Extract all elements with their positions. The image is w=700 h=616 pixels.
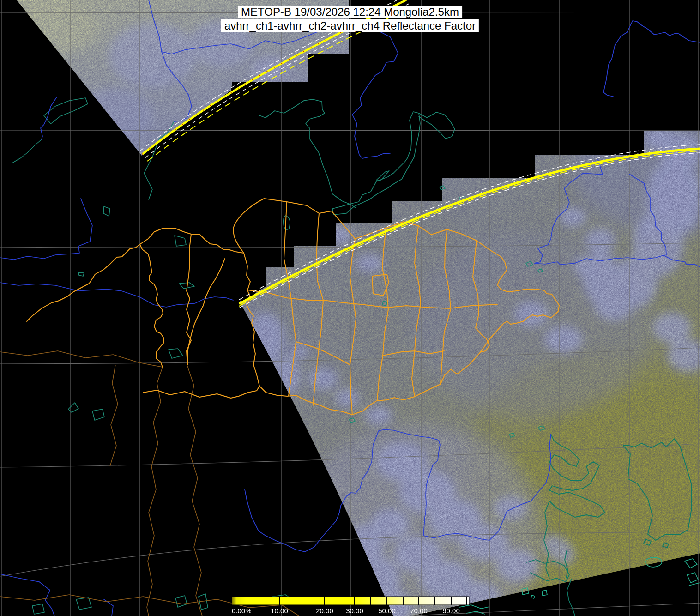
colorbar-gradient	[232, 597, 469, 605]
product-title-line1: METOP-B 19/03/2026 12:24 Mongolia2.5km	[238, 6, 462, 18]
colorbar-label: 10.00	[271, 607, 288, 615]
colorbar-label: 0.00%	[232, 607, 252, 615]
colorbar-label: 90.00	[442, 607, 460, 615]
colorbar-label: 20.00	[316, 607, 333, 615]
satellite-map: 0.00%10.0020.0030.0050.0070.0090.00	[0, 0, 700, 616]
colorbar-label: 70.00	[410, 607, 428, 615]
colorbar-label: 50.00	[378, 607, 396, 615]
satellite-image-viewport: 0.00%10.0020.0030.0050.0070.0090.00 METO…	[0, 0, 700, 616]
colorbar-label: 30.00	[346, 607, 363, 615]
product-title-line2: avhrr_ch1-avhrr_ch2-avhrr_ch4 Reflectanc…	[221, 19, 479, 32]
